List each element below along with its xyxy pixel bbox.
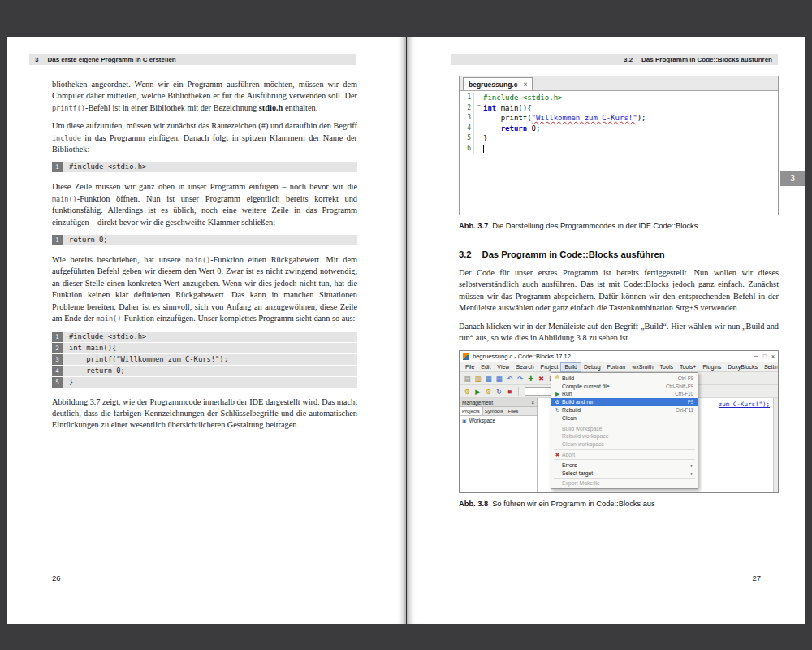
menubar-item-build[interactable]: Build: [561, 363, 581, 371]
fold-margin: [474, 113, 483, 124]
code-text: return 0;: [63, 366, 357, 376]
menubar-item-search[interactable]: Search: [512, 363, 537, 371]
menu-shortcut: Ctrl-F9: [678, 375, 693, 381]
line-number: 2: [52, 343, 63, 353]
paragraph: Abbildung 3.7 zeigt, wie der Programmcod…: [52, 396, 357, 431]
save-all-icon[interactable]: ▦: [494, 373, 504, 384]
scrollbar[interactable]: [773, 398, 778, 493]
gutter-line-number: 5: [460, 133, 474, 144]
menubar-item-file[interactable]: File: [462, 363, 477, 371]
redo-icon[interactable]: ↷: [515, 373, 525, 384]
menubar-item-settings[interactable]: Settings: [761, 363, 779, 371]
editor-line: 5}: [460, 133, 778, 144]
maximize-icon[interactable]: □: [763, 353, 767, 359]
menu-shortcut: Ctrl-F10: [675, 391, 693, 396]
editor-tabbar: begruessung.c ×: [460, 76, 778, 91]
close-icon[interactable]: ×: [523, 80, 527, 89]
code-text: }: [63, 377, 357, 388]
minimize-icon[interactable]: ─: [754, 353, 758, 359]
menubar-item-debug[interactable]: Debug: [581, 363, 604, 371]
menu-item-build[interactable]: ⚙BuildCtrl-F9: [551, 374, 698, 382]
menu-item-export-makefile[interactable]: Export Makefile: [551, 479, 698, 488]
close-file-icon[interactable]: ✖: [536, 373, 546, 384]
menubar-item-fortran[interactable]: Fortran: [604, 363, 629, 371]
new-file-icon[interactable]: ▤: [462, 373, 473, 384]
save-icon[interactable]: ▦: [483, 373, 494, 384]
fold-margin: [474, 124, 483, 134]
projects-tree[interactable]: ▣Workspace: [460, 416, 537, 493]
menu-item-build-workspace[interactable]: Build workspace: [551, 424, 698, 432]
page-left: 3 Das erste eigene Programm in C erstell…: [7, 37, 406, 624]
code-text: #include <stdio.h>: [63, 332, 357, 342]
editor-line: 3 printf("Willkommen zum C-Kurs!");: [460, 113, 778, 124]
code-line: 1#include <stdio.h>: [52, 162, 357, 172]
text-segment: Diese Zeile müssen wir ganz oben in unse…: [52, 182, 357, 191]
management-panel: Management × ProjectsSymbolsFiles ▣Works…: [460, 398, 538, 493]
text-segment: Um diese aufzurufen, müssen wir zunächst…: [52, 121, 357, 130]
code-listing-include: 1#include <stdio.h>: [52, 162, 357, 172]
code-text: int main(){: [63, 343, 357, 353]
menu-item-rebuild[interactable]: ↻RebuildCtrl-F11: [551, 406, 698, 414]
menu-item-select-target[interactable]: Select target▸: [551, 469, 698, 477]
run-icon[interactable]: ▶: [473, 386, 483, 396]
gutter-line-number: 3: [460, 113, 474, 124]
build-and-run-icon[interactable]: ⚙: [483, 386, 494, 396]
menu-item-label: Build workspace: [562, 426, 687, 431]
menu-item-abort[interactable]: ✖Abort: [551, 451, 698, 459]
close-icon[interactable]: ×: [531, 400, 534, 405]
menubar-item-tools[interactable]: Tools+: [676, 363, 699, 371]
text-segment: printf(): [52, 104, 85, 112]
running-head-title: Das Programm in Code::Blocks ausführen: [641, 56, 772, 63]
code-segment: #include <stdio.h>: [483, 93, 563, 102]
editor-line: 4 return 0;: [460, 124, 778, 134]
menubar-item-project[interactable]: Project: [538, 363, 562, 371]
submenu-arrow-icon: ▸: [691, 470, 693, 476]
undo-icon[interactable]: ↶: [504, 373, 515, 384]
management-tabs: ProjectsSymbolsFiles: [460, 407, 537, 416]
editor-code-area[interactable]: 1#include <stdio.h>2−int main(){3 printf…: [460, 91, 778, 154]
abort-icon: ✖: [553, 452, 562, 458]
menu-item-rebuild-workspace[interactable]: Rebuild workspace: [551, 432, 698, 440]
menubar-item-plugins[interactable]: Plugins: [699, 363, 724, 371]
build-icon[interactable]: ⚙: [462, 386, 473, 396]
code-segment: "Willkommen zum C-Kurs!": [532, 114, 637, 122]
abort-icon[interactable]: ■: [504, 386, 515, 396]
code-line: 3 printf("Willkommen zum C-Kurs!");: [52, 354, 357, 365]
fold-marker-icon[interactable]: −: [474, 103, 483, 114]
menu-item-clean-workspace[interactable]: Clean workspace: [551, 440, 698, 448]
fold-margin: [474, 144, 483, 154]
build-and-run-icon: ⚙: [553, 399, 562, 405]
menubar-item-doxyblocks[interactable]: DoxyBlocks: [724, 363, 761, 371]
menu-item-compile-current-file[interactable]: Compile current fileCtrl-Shift-F9: [551, 382, 698, 390]
line-number: 1: [52, 162, 63, 172]
menu-item-build-and-run[interactable]: ⚙Build and runF9: [551, 398, 698, 406]
menubar-item-edit[interactable]: Edit: [477, 363, 494, 371]
running-head-left: 3 Das erste eigene Programm in C erstell…: [29, 54, 356, 65]
menu-item-errors[interactable]: Errors▸: [551, 461, 698, 469]
code-text: #include <stdio.h>: [63, 162, 357, 172]
editor-tab-begruessung[interactable]: begruessung.c ×: [463, 77, 533, 90]
paragraph: Danach klicken wir in der Menüleiste auf…: [459, 321, 779, 344]
menubar-item-view[interactable]: View: [494, 363, 512, 371]
management-tab-symbols[interactable]: Symbols: [482, 407, 506, 415]
gutter-line-number: 2: [460, 103, 474, 114]
add-icon[interactable]: ✚: [525, 373, 536, 384]
menu-item-label: Rebuild workspace: [562, 433, 687, 439]
text-segment: in das Programm einfügen. Danach folgt i…: [52, 133, 357, 154]
management-tab-files[interactable]: Files: [506, 407, 521, 415]
close-icon[interactable]: ×: [771, 353, 775, 359]
code-text: printf("Willkommen zum C-Kurs!");: [63, 354, 357, 365]
menubar-item-wxsmith[interactable]: wxSmith: [628, 363, 656, 371]
editor-line: 2−int main(){: [460, 103, 778, 114]
text-segment: main(): [97, 314, 122, 323]
paragraph: bliotheken angeordnet. Wenn wir ein Prog…: [52, 79, 357, 114]
text-segment: bliotheken angeordnet. Wenn wir ein Prog…: [52, 80, 357, 100]
menu-item-run[interactable]: ▶RunCtrl-F10: [551, 390, 698, 398]
toolbar-separator: [518, 387, 519, 396]
menu-item-clean[interactable]: Clean: [551, 414, 698, 422]
text-segment: main(): [185, 256, 210, 264]
menubar-item-tools[interactable]: Tools: [657, 363, 676, 371]
management-tab-projects[interactable]: Projects: [460, 407, 482, 415]
rebuild-icon[interactable]: ↻: [494, 386, 504, 396]
open-file-icon[interactable]: ▥: [473, 373, 483, 384]
